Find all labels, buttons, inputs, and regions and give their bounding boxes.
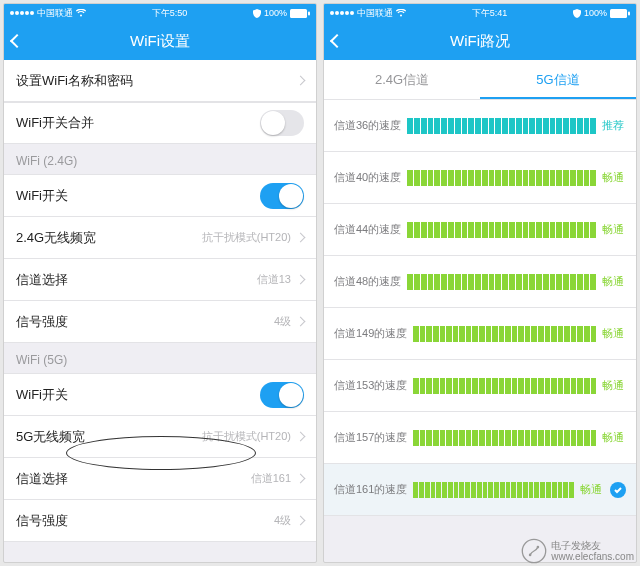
battery-percent-label: 100% (584, 8, 607, 18)
status-bar: 中国联通 下午5:41 100% (324, 4, 636, 22)
channel-label: 信道161的速度 (334, 482, 407, 497)
chevron-right-icon (296, 76, 306, 86)
cell-label: WiFi开关 (16, 386, 68, 404)
tab-24g[interactable]: 2.4G信道 (324, 60, 480, 99)
chevron-right-icon (296, 317, 306, 327)
carrier-label: 中国联通 (357, 7, 393, 20)
watermark-text: 电子发烧友 www.elecfans.com (551, 540, 634, 562)
channel-row[interactable]: 信道161的速度畅通 (324, 464, 636, 516)
carrier-label: 中国联通 (37, 7, 73, 20)
channel-status: 畅通 (602, 378, 626, 393)
screen-wifi-settings: 中国联通 下午5:50 100% WiFi设置 设置WiFi名称和密码 WiFi… (3, 3, 317, 563)
channel-status: 推荐 (602, 118, 626, 133)
cell-value: 信道161 (251, 471, 291, 486)
cell-5g-signal[interactable]: 信号强度 4级 (4, 500, 316, 542)
chevron-left-icon (10, 34, 24, 48)
wifi-icon (76, 9, 86, 17)
speed-bar (407, 118, 596, 134)
svg-rect-1 (308, 11, 310, 15)
tab-bar: 2.4G信道 5G信道 (324, 60, 636, 100)
channel-row[interactable]: 信道44的速度畅通 (324, 204, 636, 256)
switch-5g[interactable] (260, 382, 304, 408)
cell-5g-wifi-switch: WiFi开关 (4, 374, 316, 416)
battery-percent-label: 100% (264, 8, 287, 18)
cell-24g-wifi-switch: WiFi开关 (4, 175, 316, 217)
chevron-right-icon (296, 474, 306, 484)
svg-rect-3 (628, 11, 630, 15)
shield-icon (573, 9, 581, 18)
section-header-5g: WiFi (5G) (4, 343, 316, 374)
section-header-24g: WiFi (2.4G) (4, 144, 316, 175)
channel-label: 信道40的速度 (334, 170, 401, 185)
wifi-icon (396, 9, 406, 17)
cell-5g-bandwidth[interactable]: 5G无线频宽 抗干扰模式(HT20) (4, 416, 316, 458)
cell-value: 4级 (274, 513, 291, 528)
channel-row[interactable]: 信道149的速度畅通 (324, 308, 636, 360)
svg-rect-0 (290, 9, 307, 18)
cell-24g-signal[interactable]: 信号强度 4级 (4, 301, 316, 343)
speed-bar (413, 430, 596, 446)
cell-24g-channel[interactable]: 信道选择 信道13 (4, 259, 316, 301)
channel-label: 信道153的速度 (334, 378, 407, 393)
page-title: WiFi路况 (450, 32, 510, 51)
screen-wifi-traffic: 中国联通 下午5:41 100% WiFi路况 2.4G信道 5G信道 信道36… (323, 3, 637, 563)
channel-row[interactable]: 信道40的速度畅通 (324, 152, 636, 204)
watermark: 电子发烧友 www.elecfans.com (521, 538, 634, 564)
page-title: WiFi设置 (130, 32, 190, 51)
battery-icon (610, 9, 630, 18)
cell-wifi-merge-switch: WiFi开关合并 (4, 102, 316, 144)
nav-bar: WiFi设置 (4, 22, 316, 60)
cell-set-name-password[interactable]: 设置WiFi名称和密码 (4, 60, 316, 102)
clock-label: 下午5:50 (152, 7, 188, 20)
speed-bar (407, 274, 596, 290)
channel-label: 信道157的速度 (334, 430, 407, 445)
switch-merge[interactable] (260, 110, 304, 136)
cell-value: 抗干扰模式(HT20) (202, 230, 291, 245)
channel-status: 畅通 (602, 222, 626, 237)
cell-label: 5G无线频宽 (16, 428, 85, 446)
cell-5g-channel[interactable]: 信道选择 信道161 (4, 458, 316, 500)
svg-rect-2 (610, 9, 627, 18)
channel-label: 信道36的速度 (334, 118, 401, 133)
elecfans-logo-icon (521, 538, 547, 564)
cell-label: WiFi开关 (16, 187, 68, 205)
chevron-right-icon (296, 432, 306, 442)
tab-5g[interactable]: 5G信道 (480, 60, 636, 99)
signal-dots-icon (330, 11, 354, 15)
channel-label: 信道44的速度 (334, 222, 401, 237)
back-button[interactable] (12, 32, 22, 50)
channel-status: 畅通 (602, 170, 626, 185)
chevron-right-icon (296, 275, 306, 285)
chevron-left-icon (330, 34, 344, 48)
chevron-right-icon (296, 233, 306, 243)
channel-status: 畅通 (602, 274, 626, 289)
channel-row[interactable]: 信道36的速度推荐 (324, 100, 636, 152)
channel-label: 信道48的速度 (334, 274, 401, 289)
channel-status: 畅通 (580, 482, 604, 497)
signal-dots-icon (10, 11, 34, 15)
cell-24g-bandwidth[interactable]: 2.4G无线频宽 抗干扰模式(HT20) (4, 217, 316, 259)
speed-bar (413, 326, 596, 342)
channel-row[interactable]: 信道48的速度畅通 (324, 256, 636, 308)
switch-24g[interactable] (260, 183, 304, 209)
channel-row[interactable]: 信道153的速度畅通 (324, 360, 636, 412)
cell-label: 信号强度 (16, 512, 68, 530)
cell-label: 信道选择 (16, 271, 68, 289)
cell-label: WiFi开关合并 (16, 114, 94, 132)
channel-row[interactable]: 信道157的速度畅通 (324, 412, 636, 464)
svg-point-5 (529, 554, 532, 557)
status-bar: 中国联通 下午5:50 100% (4, 4, 316, 22)
cell-value: 抗干扰模式(HT20) (202, 429, 291, 444)
speed-bar (407, 170, 596, 186)
back-button[interactable] (332, 32, 342, 50)
check-icon (610, 482, 626, 498)
shield-icon (253, 9, 261, 18)
speed-bar (407, 222, 596, 238)
channel-status: 畅通 (602, 326, 626, 341)
speed-bar (413, 482, 574, 498)
svg-point-6 (537, 546, 540, 549)
cell-label: 信号强度 (16, 313, 68, 331)
channel-status: 畅通 (602, 430, 626, 445)
channel-label: 信道149的速度 (334, 326, 407, 341)
speed-bar (413, 378, 596, 394)
